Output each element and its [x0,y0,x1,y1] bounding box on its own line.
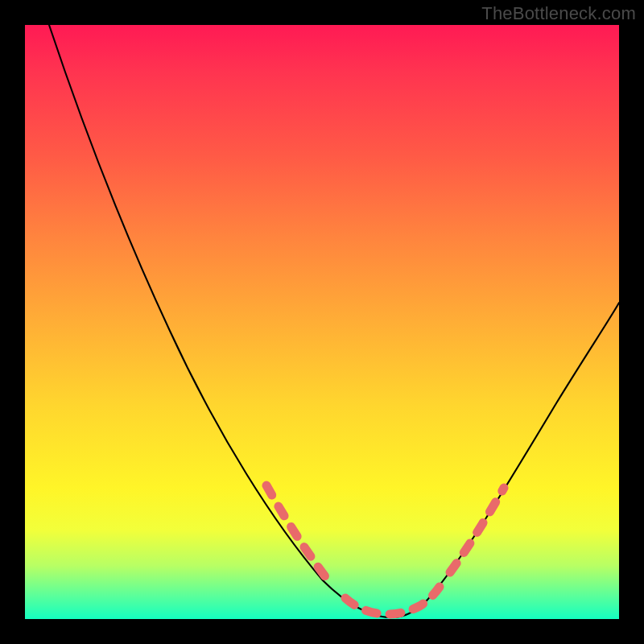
chart-svg [25,25,619,619]
highlight-segment-bottom [345,587,440,614]
highlight-segment-right [450,488,504,572]
main-curve-line [49,25,619,617]
chart-container: TheBottleneck.com [0,0,644,644]
highlight-segment-left [266,485,327,579]
watermark-text: TheBottleneck.com [481,3,636,24]
